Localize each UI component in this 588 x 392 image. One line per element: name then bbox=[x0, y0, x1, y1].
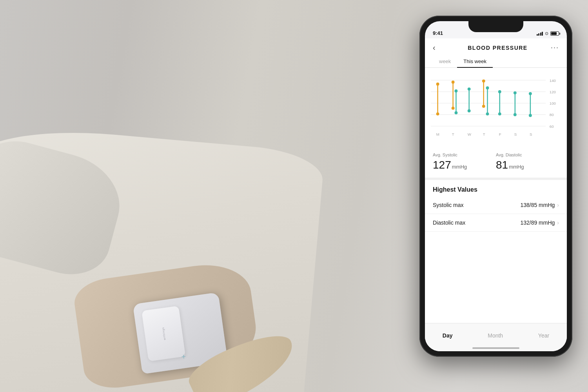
diastolic-unit: mmHg bbox=[509, 164, 524, 170]
svg-text:140: 140 bbox=[550, 78, 556, 83]
svg-text:F: F bbox=[499, 132, 501, 136]
phone-frame: 9:41 ⊙ ‹ bbox=[419, 16, 572, 357]
diastolic-value: 81 bbox=[496, 159, 508, 171]
svg-point-40 bbox=[514, 113, 517, 116]
tab-year[interactable]: Year bbox=[530, 329, 557, 342]
svg-point-25 bbox=[455, 111, 458, 114]
systolic-max-value-group: 138/85 mmHg › bbox=[520, 202, 559, 208]
svg-point-31 bbox=[482, 105, 485, 108]
svg-point-37 bbox=[498, 113, 501, 116]
svg-point-19 bbox=[436, 113, 439, 116]
svg-text:T: T bbox=[483, 132, 485, 136]
systolic-stat: Avg. Systolic 127 mmHg bbox=[433, 152, 496, 171]
svg-text:100: 100 bbox=[550, 101, 556, 105]
tab-week[interactable]: week bbox=[433, 55, 457, 67]
bp-chart: 140 120 100 80 60 M T W T F S S bbox=[431, 72, 561, 142]
chevron-icon-2: › bbox=[557, 220, 559, 226]
home-indicator bbox=[472, 347, 519, 349]
svg-text:80: 80 bbox=[550, 113, 554, 117]
svg-point-22 bbox=[452, 107, 455, 110]
svg-point-34 bbox=[486, 113, 489, 116]
svg-point-24 bbox=[455, 89, 458, 93]
app-header: ‹ BLOOD PRESSURE ··· bbox=[425, 38, 567, 55]
chevron-icon: › bbox=[557, 202, 559, 208]
status-icons: ⊙ bbox=[537, 31, 559, 36]
svg-point-21 bbox=[452, 81, 455, 84]
diastolic-label: Avg. Diastolic bbox=[496, 152, 559, 157]
tab-this-week[interactable]: This week bbox=[457, 55, 493, 67]
svg-text:T: T bbox=[452, 132, 454, 136]
svg-point-30 bbox=[482, 80, 485, 83]
systolic-value: 127 bbox=[433, 159, 451, 171]
back-button[interactable]: ‹ bbox=[433, 43, 445, 52]
more-button[interactable]: ··· bbox=[551, 44, 559, 52]
svg-text:120: 120 bbox=[550, 90, 556, 94]
svg-point-43 bbox=[529, 114, 532, 117]
chart-area: 140 120 100 80 60 M T W T F S S bbox=[425, 68, 567, 146]
highest-values-title: Highest Values bbox=[425, 180, 567, 196]
diastolic-max-value-group: 132/89 mmHg › bbox=[520, 220, 559, 226]
systolic-label: Avg. Systolic bbox=[433, 152, 496, 157]
svg-point-27 bbox=[468, 87, 471, 91]
page-title: BLOOD PRESSURE bbox=[468, 45, 527, 51]
tabs-row: week This week bbox=[425, 55, 567, 68]
signal-icon bbox=[537, 32, 543, 36]
svg-text:M: M bbox=[436, 132, 439, 136]
systolic-unit: mmHg bbox=[452, 164, 467, 170]
app-content: ‹ BLOOD PRESSURE ··· week This week bbox=[425, 38, 567, 351]
svg-text:S: S bbox=[514, 132, 517, 136]
svg-point-42 bbox=[529, 92, 532, 95]
phone: 9:41 ⊙ ‹ bbox=[419, 16, 572, 357]
svg-point-28 bbox=[468, 109, 471, 113]
diastolic-max-value: 132/89 mmHg bbox=[520, 220, 555, 226]
svg-point-36 bbox=[498, 90, 501, 93]
systolic-max-row[interactable]: Systolic max 138/85 mmHg › bbox=[425, 196, 567, 214]
svg-point-18 bbox=[436, 83, 439, 86]
svg-text:S: S bbox=[530, 132, 532, 136]
diastolic-stat: Avg. Diastolic 81 mmHg bbox=[496, 152, 559, 171]
systolic-max-value: 138/85 mmHg bbox=[520, 202, 555, 208]
systolic-max-label: Systolic max bbox=[433, 202, 464, 208]
tab-day[interactable]: Day bbox=[435, 329, 461, 342]
diastolic-max-row[interactable]: Diastolic max 132/89 mmHg › bbox=[425, 214, 567, 232]
bottom-tabs: Day Month Year bbox=[425, 323, 567, 351]
svg-text:W: W bbox=[468, 132, 472, 136]
svg-text:60: 60 bbox=[550, 124, 554, 129]
svg-point-33 bbox=[486, 86, 489, 89]
battery-icon bbox=[550, 31, 559, 36]
tab-month[interactable]: Month bbox=[480, 329, 511, 342]
phone-screen: 9:41 ⊙ ‹ bbox=[425, 21, 567, 351]
wifi-icon: ⊙ bbox=[545, 31, 548, 36]
status-time: 9:41 bbox=[433, 30, 443, 36]
svg-point-39 bbox=[514, 91, 517, 94]
stats-row: Avg. Systolic 127 mmHg Avg. Diastolic 81… bbox=[425, 146, 567, 180]
diastolic-max-label: Diastolic max bbox=[433, 220, 465, 226]
phone-notch bbox=[468, 21, 523, 32]
